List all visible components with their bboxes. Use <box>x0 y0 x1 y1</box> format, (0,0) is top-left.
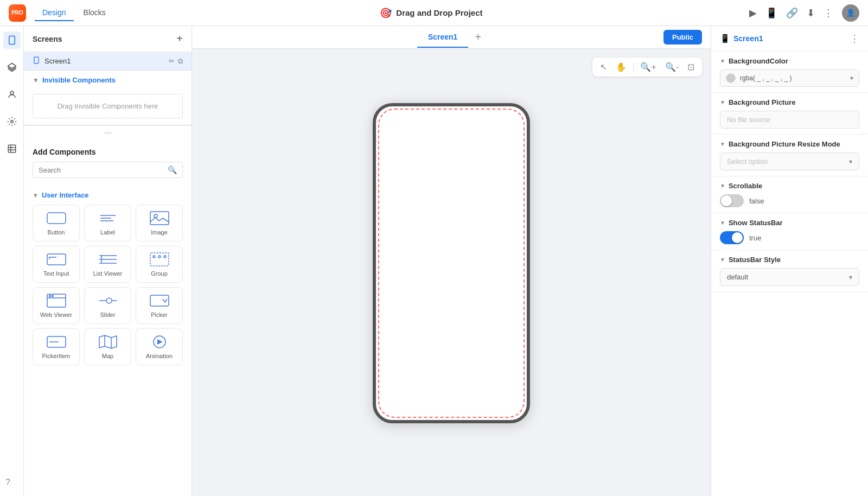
prop-statusbar-arrow: ▼ <box>720 220 725 226</box>
image-component-icon <box>149 211 170 226</box>
panel-dots: ··· <box>24 125 192 140</box>
avatar[interactable]: 👤 <box>842 4 859 22</box>
share-icon[interactable]: 🔗 <box>786 7 798 19</box>
fit-tool[interactable]: ⊡ <box>685 61 697 73</box>
invisible-title: Invisible Components <box>42 76 116 84</box>
cursor-tool[interactable]: ↖ <box>598 61 609 73</box>
svg-rect-16 <box>47 254 66 265</box>
button-component-icon <box>46 211 67 226</box>
screen1-icon <box>33 56 40 66</box>
ui-arrow: ▼ <box>33 192 39 199</box>
right-panel-screen-icon: 📱 <box>720 34 730 43</box>
invisible-header[interactable]: ▼ Invisible Components <box>24 71 192 90</box>
icon-user[interactable] <box>3 86 21 103</box>
main-content: Screens + Screen1 ✏ ⧉ ▼ Invisible Compon… <box>0 26 868 496</box>
statusbar-style-value: default <box>727 273 849 281</box>
component-image[interactable]: Image <box>136 205 183 241</box>
icon-settings[interactable] <box>3 113 21 130</box>
statusbar-style-select[interactable]: default ▾ <box>720 268 859 286</box>
screens-title: Screens <box>33 35 62 43</box>
component-animation[interactable]: Animation <box>136 328 183 365</box>
svg-point-15 <box>154 214 157 218</box>
top-bar: PRO Design Blocks 🎯 Drag and Drop Projec… <box>0 0 868 26</box>
component-pickeritem[interactable]: PickerItem <box>33 328 80 365</box>
prop-background-color: ▼ BackgroundColor rgba( _ , _ , _ , _ ) … <box>711 52 868 93</box>
component-map[interactable]: Map <box>84 328 131 365</box>
invisible-arrow: ▼ <box>33 77 39 84</box>
icon-layers[interactable] <box>3 59 21 76</box>
prop-statusbar-style-header[interactable]: ▼ StatusBar Style <box>720 256 859 264</box>
phone-frame <box>373 103 530 423</box>
picker-component-label: Picker <box>151 311 168 318</box>
add-screen-button[interactable]: + <box>176 33 183 45</box>
icon-table[interactable] <box>3 140 21 157</box>
color-picker-row[interactable]: rgba( _ , _ , _ , _ ) ▾ <box>720 69 859 87</box>
screen1-tab[interactable]: Screen1 <box>417 27 468 48</box>
prop-bg-resize-mode: ▼ Background Picture Resize Mode Select … <box>711 135 868 176</box>
map-component-label: Map <box>102 353 113 359</box>
button-component-label: Button <box>48 229 65 236</box>
prop-bg-pic-title: Background Picture <box>729 98 796 106</box>
prop-bg-pic-header[interactable]: ▼ Background Picture <box>720 98 859 106</box>
prop-bg-resize-header[interactable]: ▼ Background Picture Resize Mode <box>720 140 859 148</box>
prop-statusbar-header[interactable]: ▼ Show StatusBar <box>720 219 859 227</box>
help-icon[interactable]: ? <box>5 478 10 487</box>
animation-component-icon <box>149 334 170 349</box>
prop-scrollable-arrow: ▼ <box>720 183 725 189</box>
screen1-edit-icon[interactable]: ✏ <box>169 57 175 66</box>
ui-section: ▼ User Interface Button Label Image Text <box>24 186 192 374</box>
pickeritem-component-icon <box>46 334 67 349</box>
component-label[interactable]: Label <box>84 205 131 241</box>
screen1-copy-icon[interactable]: ⧉ <box>178 57 183 66</box>
component-picker[interactable]: Picker <box>136 287 183 324</box>
search-input[interactable] <box>39 166 164 174</box>
textinput-component-icon <box>46 252 67 267</box>
picker-component-icon <box>149 293 170 308</box>
run-icon[interactable]: ▶ <box>749 7 757 19</box>
prop-show-statusbar: ▼ Show StatusBar true <box>711 213 868 250</box>
prop-scrollable-header[interactable]: ▼ Scrollable <box>720 182 859 190</box>
zoom-in-tool[interactable]: 🔍+ <box>638 61 658 73</box>
component-list-viewer[interactable]: List Viewer <box>84 246 131 283</box>
right-panel-header: 📱 Screen1 ⋮ <box>711 26 868 52</box>
device-icon[interactable]: 📱 <box>765 7 777 19</box>
phone-dashed-border <box>378 109 525 418</box>
right-panel-menu-icon[interactable]: ⋮ <box>850 33 859 44</box>
component-slider[interactable]: Slider <box>84 287 131 324</box>
tab-design[interactable]: Design <box>35 5 74 21</box>
resize-mode-caret: ▾ <box>849 158 852 166</box>
toolbar-divider <box>633 63 634 72</box>
center-canvas: Screen1 + Public ↖ ✋ 🔍+ 🔍- ⊡ <box>192 26 711 496</box>
download-icon[interactable]: ⬇ <box>807 7 815 19</box>
public-button-right[interactable]: Public <box>663 30 702 44</box>
component-button[interactable]: Button <box>33 205 80 241</box>
color-value: rgba( _ , _ , _ , _ ) <box>740 74 792 82</box>
resize-mode-select[interactable]: Select option ▾ <box>720 152 859 170</box>
left-panel: Screens + Screen1 ✏ ⧉ ▼ Invisible Compon… <box>24 26 192 496</box>
zoom-out-tool[interactable]: 🔍- <box>663 61 681 73</box>
prop-bg-color-header[interactable]: ▼ BackgroundColor <box>720 57 859 65</box>
scrollable-toggle[interactable] <box>720 194 744 207</box>
icon-phone[interactable] <box>3 31 21 49</box>
slider-component-label: Slider <box>100 311 115 318</box>
more-icon[interactable]: ⋮ <box>824 7 833 19</box>
tab-blocks[interactable]: Blocks <box>76 5 113 21</box>
hand-tool[interactable]: ✋ <box>614 61 629 73</box>
ui-section-header[interactable]: ▼ User Interface <box>33 186 183 205</box>
webviewer-component-icon <box>46 293 67 308</box>
svg-point-24 <box>153 256 155 258</box>
add-screen-tab-button[interactable]: + <box>470 31 486 43</box>
component-group[interactable]: Group <box>136 246 183 283</box>
prop-scrollable-title: Scrollable <box>729 182 762 190</box>
slider-component-icon <box>97 293 119 308</box>
add-components-section: Add Components 🔍 <box>24 140 192 186</box>
project-title: Drag and Drop Project <box>396 8 482 17</box>
right-panel: 📱 Screen1 ⋮ ▼ BackgroundColor rgba( _ , … <box>711 26 868 496</box>
right-panel-title: 📱 Screen1 <box>720 34 763 43</box>
statusbar-toggle-label: true <box>749 234 761 242</box>
component-web-viewer[interactable]: Web Viewer <box>33 287 80 324</box>
statusbar-toggle[interactable] <box>720 231 744 244</box>
component-text-input[interactable]: Text Input <box>33 246 80 283</box>
screen1-item[interactable]: Screen1 ✏ ⧉ <box>24 52 192 70</box>
svg-rect-14 <box>150 212 169 225</box>
